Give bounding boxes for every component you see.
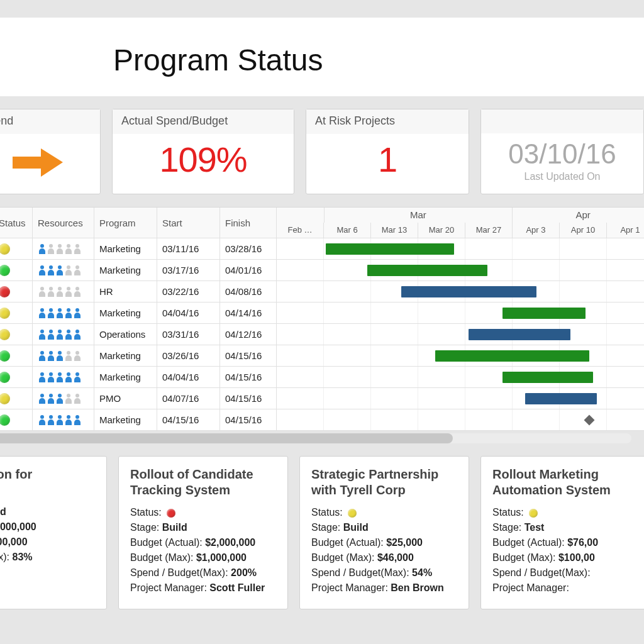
table-row-program[interactable]: Marketing [94, 303, 157, 324]
gantt-cell[interactable] [277, 388, 644, 409]
table-row-program[interactable]: Marketing [94, 345, 157, 367]
table-row-start[interactable]: 03/22/16 [157, 281, 220, 303]
person-icon [55, 372, 64, 383]
table-row-finish[interactable]: 04/14/16 [220, 303, 277, 324]
table-row-finish[interactable]: 03/28/16 [220, 238, 277, 260]
kpi-spend-label: Actual Spend/Budget [113, 109, 294, 134]
gantt-cell[interactable] [277, 345, 644, 367]
table-row-start[interactable]: 04/07/16 [157, 388, 220, 409]
person-icon [64, 329, 73, 340]
kpi-updated[interactable]: 03/10/16 Last Updated On [480, 109, 644, 194]
col-header-program[interactable]: Program [94, 208, 157, 238]
project-card[interactable]: Rollout Marketing Automation SystemStatu… [480, 456, 644, 609]
table-row-program[interactable]: PMO [94, 388, 157, 409]
person-icon [47, 350, 55, 362]
scrollbar-thumb[interactable] [0, 433, 453, 443]
gantt-cell[interactable] [277, 409, 644, 431]
table-row-start[interactable]: 03/26/16 [157, 345, 220, 367]
kpi-spend[interactable]: Actual Spend/Budget 109% [112, 109, 294, 194]
table-row-program[interactable]: Marketing [94, 260, 157, 281]
card-status-line: Status: [0, 491, 95, 502]
table-row-resources[interactable] [33, 388, 94, 409]
person-icon [47, 243, 55, 255]
gantt-cell[interactable] [277, 367, 644, 388]
person-icon [64, 265, 73, 276]
gantt-bar[interactable] [435, 350, 590, 362]
table-row-status[interactable] [0, 238, 33, 260]
status-dot-green-icon [0, 414, 10, 426]
table-row-status[interactable] [0, 409, 33, 431]
table-row-finish[interactable]: 04/08/16 [220, 281, 277, 303]
table-row-status[interactable] [0, 367, 33, 388]
table-row-status[interactable] [0, 303, 33, 324]
gantt-week: Mar 20 [418, 223, 465, 238]
table-row-resources[interactable] [33, 238, 94, 260]
col-header-status[interactable]: Status [0, 208, 33, 238]
table-row-start[interactable]: 03/11/16 [157, 238, 220, 260]
gantt-bar[interactable] [326, 243, 454, 255]
table-row-resources[interactable] [33, 409, 94, 431]
card-title: Rollout Marketing Automation System [492, 467, 638, 498]
kpi-trend-label: Trend [0, 109, 100, 134]
table-row-program[interactable]: Operations [94, 324, 157, 345]
table-row-status[interactable] [0, 388, 33, 409]
gantt-bar[interactable] [401, 286, 537, 297]
project-card[interactable]: Rollout of Candidate Tracking SystemStat… [118, 456, 288, 609]
table-row-start[interactable]: 04/04/16 [157, 303, 220, 324]
gantt-bar[interactable] [469, 329, 570, 340]
gantt-bar[interactable] [502, 308, 586, 319]
table-row-status[interactable] [0, 260, 33, 281]
table-row-program[interactable]: Marketing [94, 409, 157, 431]
table-row-status[interactable] [0, 281, 33, 303]
kpi-risk[interactable]: At Risk Projects 1 [306, 109, 469, 194]
card-status-line: Status: [130, 507, 276, 518]
gantt-cell[interactable] [277, 324, 644, 345]
table-row-program[interactable]: HR [94, 281, 157, 303]
person-icon [47, 308, 55, 319]
table-row-status[interactable] [0, 324, 33, 345]
table-row-resources[interactable] [33, 303, 94, 324]
table-row-finish[interactable]: 04/12/16 [220, 324, 277, 345]
gantt-cell[interactable] [277, 238, 644, 260]
status-dot-yellow-icon [0, 393, 10, 404]
card-status-line: Status: [492, 507, 638, 518]
table-row-resources[interactable] [33, 260, 94, 281]
col-header-start[interactable]: Start [157, 208, 220, 238]
person-icon [47, 286, 55, 297]
kpi-trend[interactable]: Trend [0, 109, 101, 194]
gantt-bar[interactable] [525, 393, 597, 404]
table-row-status[interactable] [0, 345, 33, 367]
kpi-updated-sub: Last Updated On [494, 171, 631, 182]
card-title: Rollout of Candidate Tracking System [130, 467, 276, 498]
status-dot-yellow-icon [348, 509, 357, 518]
table-row-start[interactable]: 04/15/16 [157, 409, 220, 431]
table-row-finish[interactable]: 04/15/16 [220, 367, 277, 388]
status-dot-yellow-icon [0, 243, 10, 255]
page-header: Program Status [0, 0, 644, 96]
table-row-program[interactable]: Marketing [94, 367, 157, 388]
person-icon [47, 393, 55, 404]
table-row-start[interactable]: 04/04/16 [157, 367, 220, 388]
project-card[interactable]: Strategic Partnership with Tyrell CorpSt… [299, 456, 469, 609]
project-card[interactable]: Promotion forStatus: Stage: BuildActual)… [0, 456, 107, 609]
gantt-bar[interactable] [502, 372, 593, 383]
col-header-finish[interactable]: Finish [220, 208, 277, 238]
table-row-finish[interactable]: 04/01/16 [220, 260, 277, 281]
col-header-resources[interactable]: Resources [33, 208, 94, 238]
table-row-finish[interactable]: 04/15/16 [220, 345, 277, 367]
table-row-finish[interactable]: 04/15/16 [220, 409, 277, 431]
gantt-bar[interactable] [367, 265, 488, 276]
table-row-resources[interactable] [33, 324, 94, 345]
table-row-resources[interactable] [33, 281, 94, 303]
gantt-cell[interactable] [277, 281, 644, 303]
arrow-right-icon [9, 145, 66, 180]
table-row-finish[interactable]: 04/15/16 [220, 388, 277, 409]
table-row-resources[interactable] [33, 345, 94, 367]
table-row-start[interactable]: 03/31/16 [157, 324, 220, 345]
horizontal-scrollbar[interactable] [0, 433, 631, 443]
table-row-program[interactable]: Marketing [94, 238, 157, 260]
gantt-cell[interactable] [277, 303, 644, 324]
gantt-cell[interactable] [277, 260, 644, 281]
table-row-start[interactable]: 03/17/16 [157, 260, 220, 281]
table-row-resources[interactable] [33, 367, 94, 388]
